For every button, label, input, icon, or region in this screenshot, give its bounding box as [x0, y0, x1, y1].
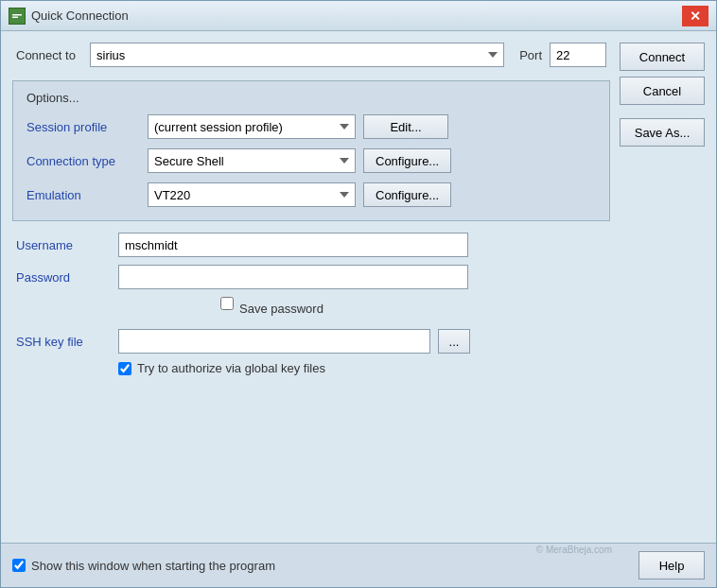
- browse-button[interactable]: ...: [438, 329, 470, 354]
- show-window-checkbox[interactable]: [12, 559, 26, 572]
- save-as-button[interactable]: Save As...: [620, 118, 705, 147]
- port-label: Port: [519, 48, 542, 62]
- connection-type-row: Connection type Secure Shell Configure..…: [26, 148, 596, 173]
- edit-button[interactable]: Edit...: [363, 114, 448, 139]
- svg-rect-2: [12, 16, 18, 18]
- session-profile-row: Session profile (current session profile…: [26, 114, 596, 139]
- title-bar: Quick Connection ✕: [1, 1, 716, 31]
- port-input[interactable]: [550, 43, 606, 67]
- watermark: © MeraBheja.com: [536, 545, 612, 555]
- global-key-label: Try to authorize via global key files: [137, 361, 325, 375]
- title-bar-left: Quick Connection: [9, 8, 129, 25]
- save-password-label: Save password: [239, 302, 324, 316]
- connection-type-label: Connection type: [26, 154, 140, 168]
- session-profile-label: Session profile: [26, 120, 140, 134]
- footer-left: Show this window when starting the progr…: [12, 559, 275, 573]
- dialog-body: Connect to sirius Port Options... Sessio…: [1, 31, 716, 543]
- connect-to-label: Connect to: [16, 48, 82, 62]
- session-profile-select[interactable]: (current session profile): [148, 114, 356, 139]
- connection-configure-button[interactable]: Configure...: [363, 148, 451, 173]
- credentials-section: Username Password Save password SSH key …: [12, 233, 610, 385]
- global-key-row: Try to authorize via global key files: [118, 361, 606, 375]
- password-input[interactable]: [118, 265, 468, 289]
- close-button[interactable]: ✕: [682, 6, 708, 26]
- emulation-configure-button[interactable]: Configure...: [363, 182, 451, 207]
- username-row: Username: [16, 233, 606, 257]
- show-window-label: Show this window when starting the progr…: [31, 559, 275, 573]
- app-icon: [9, 8, 26, 25]
- main-content: Connect to sirius Port Options... Sessio…: [12, 43, 610, 531]
- password-label: Password: [16, 270, 111, 285]
- username-label: Username: [16, 238, 111, 252]
- dialog-title: Quick Connection: [31, 9, 129, 23]
- connection-type-select[interactable]: Secure Shell: [148, 148, 356, 173]
- options-legend: Options...: [26, 91, 596, 105]
- emulation-label: Emulation: [26, 188, 140, 202]
- options-group: Options... Session profile (current sess…: [12, 80, 610, 221]
- quick-connection-dialog: Quick Connection ✕ Connect to sirius Por…: [0, 0, 717, 588]
- global-key-checkbox[interactable]: [118, 362, 131, 375]
- password-row: Password: [16, 265, 606, 289]
- svg-rect-1: [12, 14, 22, 16]
- ssh-key-label: SSH key file: [16, 335, 111, 349]
- cancel-button[interactable]: Cancel: [620, 77, 705, 105]
- connect-row: Connect to sirius Port: [12, 43, 610, 67]
- help-button[interactable]: Help: [638, 551, 705, 579]
- save-password-checkbox[interactable]: [220, 297, 234, 310]
- sidebar-buttons: Connect Cancel Save As...: [620, 43, 705, 531]
- save-password-row: Save password: [118, 297, 606, 320]
- username-input[interactable]: [118, 233, 468, 257]
- emulation-row: Emulation VT220 Configure...: [26, 182, 596, 207]
- emulation-select[interactable]: VT220: [148, 182, 356, 207]
- svg-rect-0: [11, 10, 23, 22]
- ssh-key-input[interactable]: [118, 329, 430, 354]
- connect-button[interactable]: Connect: [620, 43, 705, 71]
- connect-to-input[interactable]: sirius: [90, 43, 504, 67]
- ssh-key-row: SSH key file ...: [16, 329, 606, 354]
